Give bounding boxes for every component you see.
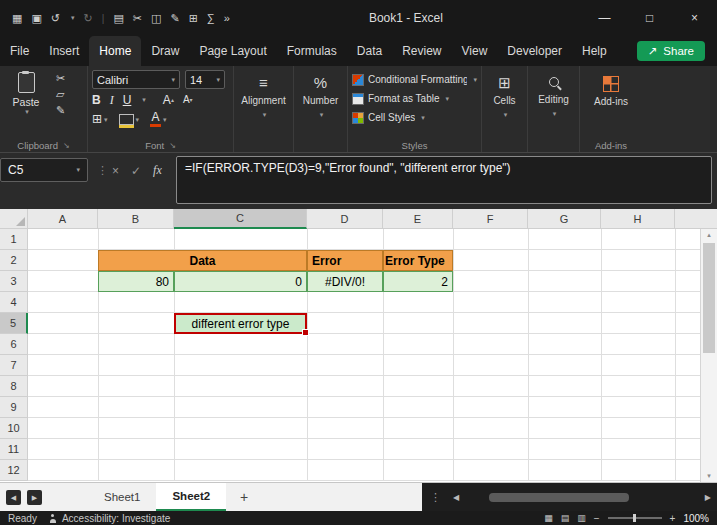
grid-row[interactable] xyxy=(28,418,700,439)
font-size-select[interactable]: 14 ▾ xyxy=(185,70,225,89)
sheet-prev-icon[interactable]: ◀ xyxy=(6,490,21,505)
tab-page-layout[interactable]: Page Layout xyxy=(189,36,276,66)
maximize-button[interactable]: □ xyxy=(627,0,672,36)
grid-row[interactable] xyxy=(28,292,700,313)
zoom-slider-thumb[interactable] xyxy=(633,514,636,522)
scroll-right-icon[interactable]: ▶ xyxy=(705,493,711,502)
cell-styles-button[interactable]: Cell Styles ▾ xyxy=(352,108,477,127)
row-header-8[interactable]: 8 xyxy=(0,376,28,397)
formula-input[interactable]: =IF(ERROR.TYPE(D3)=9,"Error found", "dif… xyxy=(176,156,712,204)
column-header-c[interactable]: C xyxy=(174,209,307,229)
selected-cell-c5[interactable]: different error type xyxy=(174,313,307,334)
column-header-d[interactable]: D xyxy=(307,209,383,229)
cells-group[interactable]: ⊞ Cells ▾ xyxy=(482,66,528,152)
format-painter-icon[interactable]: ✎ xyxy=(56,105,65,116)
row-header-2[interactable]: 2 xyxy=(0,250,28,271)
underline-button[interactable]: U xyxy=(123,94,132,106)
cell-d2-error-header[interactable]: Error xyxy=(307,250,383,271)
row-header-1[interactable]: 1 xyxy=(0,229,28,250)
minimize-button[interactable]: — xyxy=(582,0,627,36)
decrease-font-button[interactable]: A ▾ xyxy=(183,95,193,105)
horizontal-scrollbar[interactable]: ◀ ▶ xyxy=(451,483,717,511)
clipboard-icon[interactable]: ▤ xyxy=(113,12,123,25)
alignment-group[interactable]: ≡ Alignment ▾ xyxy=(234,66,294,152)
row-header-9[interactable]: 9 xyxy=(0,397,28,418)
sum-icon[interactable]: ∑ xyxy=(207,12,215,24)
vertical-scrollbar[interactable]: ▴ ▾ xyxy=(700,229,717,482)
dialog-launcher-icon[interactable]: ↘ xyxy=(63,141,70,150)
menu-grid-icon[interactable]: ▦ xyxy=(12,12,22,25)
scroll-up-icon[interactable]: ▴ xyxy=(701,231,717,239)
column-header-g[interactable]: G xyxy=(528,209,601,229)
tab-help[interactable]: Help xyxy=(572,36,617,66)
cell-e3-error-type-value[interactable]: 2 xyxy=(383,271,453,292)
grid-row[interactable] xyxy=(28,355,700,376)
cut-icon[interactable]: ✂ xyxy=(133,12,142,25)
undo-icon[interactable]: ↺ xyxy=(51,12,60,25)
column-header-a[interactable]: A xyxy=(28,209,98,229)
column-header-h[interactable]: H xyxy=(601,209,675,229)
grid-row[interactable] xyxy=(28,334,700,355)
row-header-5[interactable]: 5 xyxy=(0,313,28,334)
cell-e2-error-type-header[interactable]: Error Type xyxy=(383,250,453,271)
cell-b2-c2-data-header[interactable]: Data xyxy=(98,250,307,271)
table-icon[interactable]: ⊞ xyxy=(189,12,198,25)
add-ins-button[interactable]: Add-ins xyxy=(584,70,638,107)
grid-row[interactable] xyxy=(28,376,700,397)
tab-review[interactable]: Review xyxy=(392,36,451,66)
dialog-launcher-icon[interactable]: ↘ xyxy=(169,141,176,150)
redo-icon[interactable]: ↻ xyxy=(84,12,93,25)
zoom-in-button[interactable]: + xyxy=(670,513,676,524)
borders-button[interactable]: ⊞ ▾ xyxy=(92,113,108,125)
zoom-out-button[interactable]: − xyxy=(594,513,600,524)
accessibility-status[interactable]: Accessibility: Investigate xyxy=(49,513,170,524)
tab-file[interactable]: File xyxy=(0,36,39,66)
column-header-f[interactable]: F xyxy=(453,209,528,229)
horizontal-scrollbar-thumb[interactable] xyxy=(489,493,629,502)
new-sheet-button[interactable]: + xyxy=(232,483,256,511)
column-header-b[interactable]: B xyxy=(98,209,174,229)
row-header-3[interactable]: 3 xyxy=(0,271,28,292)
format-as-table-button[interactable]: Format as Table ▾ xyxy=(352,89,477,108)
tab-view[interactable]: View xyxy=(452,36,498,66)
editing-group[interactable]: Editing ▾ xyxy=(528,66,580,152)
normal-view-icon[interactable]: ▦ xyxy=(544,513,553,523)
row-header-6[interactable]: 6 xyxy=(0,334,28,355)
select-all-button[interactable] xyxy=(0,209,28,229)
tab-data[interactable]: Data xyxy=(347,36,392,66)
tabstrip-more-icon[interactable]: ⋮ xyxy=(430,491,441,504)
page-break-view-icon[interactable]: ▥ xyxy=(577,513,586,523)
tab-insert[interactable]: Insert xyxy=(39,36,89,66)
chart-icon[interactable]: ◫ xyxy=(151,12,161,25)
enter-icon[interactable]: ✓ xyxy=(131,164,141,178)
cell-d3-error-value[interactable]: #DIV/0! xyxy=(307,271,383,292)
chevron-down-icon[interactable]: ▾ xyxy=(142,96,146,104)
column-header-e[interactable]: E xyxy=(383,209,453,229)
cut-icon[interactable]: ✂ xyxy=(56,73,65,84)
tab-draw[interactable]: Draw xyxy=(141,36,189,66)
cancel-icon[interactable]: × xyxy=(112,164,119,178)
grid-row[interactable] xyxy=(28,313,700,334)
fill-color-button[interactable]: ▾ xyxy=(119,114,140,125)
sheet-next-icon[interactable]: ▶ xyxy=(27,490,42,505)
number-group[interactable]: % Number ▾ xyxy=(294,66,348,152)
grid-row[interactable] xyxy=(28,229,700,250)
grid-row[interactable] xyxy=(28,439,700,460)
row-header-4[interactable]: 4 xyxy=(0,292,28,313)
conditional-formatting-button[interactable]: Conditional Formatting ▾ xyxy=(352,70,477,89)
scroll-down-icon[interactable]: ▾ xyxy=(701,472,717,480)
bold-button[interactable]: B xyxy=(92,94,101,106)
increase-font-button[interactable]: A ▴ xyxy=(163,94,174,106)
italic-button[interactable]: I xyxy=(110,94,114,106)
page-layout-view-icon[interactable]: ▤ xyxy=(561,513,570,523)
grid-row[interactable] xyxy=(28,460,700,481)
font-color-button[interactable]: A ▾ xyxy=(150,111,167,127)
draw-icon[interactable]: ✎ xyxy=(170,12,179,25)
grid-row[interactable] xyxy=(28,397,700,418)
row-header-7[interactable]: 7 xyxy=(0,355,28,376)
save-icon[interactable]: ▣ xyxy=(31,12,41,25)
share-button[interactable]: ↗ Share xyxy=(637,41,705,61)
insert-function-icon[interactable]: fx xyxy=(153,163,162,178)
cell-c3[interactable]: 0 xyxy=(174,271,307,292)
chevron-down-icon[interactable]: ▾ xyxy=(71,14,75,22)
